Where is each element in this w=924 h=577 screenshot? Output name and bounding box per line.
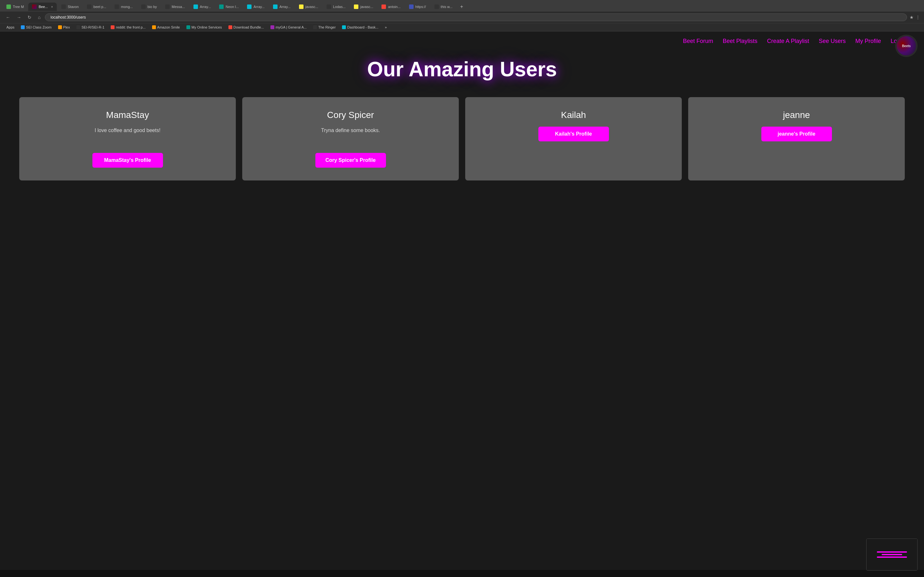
bookmark-apps[interactable]: Apps (4, 25, 17, 30)
bookmark-label-sei-r: SEI-R/SEI-R-1 (81, 25, 105, 29)
tab-label-neon: Neon l... (226, 5, 239, 9)
tab-label-js1: javasc... (305, 5, 318, 9)
tab-js2[interactable]: javasc... (350, 3, 377, 11)
tab-favicon-github (435, 5, 439, 9)
tab-message[interactable]: Messa... (162, 3, 189, 11)
profile-button-mamastay[interactable]: MamaStay's Profile (92, 153, 163, 168)
tab-https[interactable]: https:// (405, 3, 430, 11)
tab-favicon-google (381, 5, 386, 9)
tab-label-bio: bio by (148, 5, 157, 9)
bookmark-plex[interactable]: Plex (55, 25, 73, 30)
tab-favicon-mongo (115, 5, 119, 9)
bookmark-label-myga: myGA | General A... (276, 25, 307, 29)
profile-button-kailah[interactable]: Kailah's Profile (538, 127, 609, 141)
bookmark-online-services[interactable]: My Online Services (184, 25, 225, 30)
tab-favicon-beet (32, 5, 37, 9)
bookmark-label-reddit: reddit: the front p... (116, 25, 145, 29)
mini-preview-inner (867, 539, 917, 570)
tab-label-beet: Bee... (39, 5, 48, 9)
nav-link-my-profile[interactable]: My Profile (855, 38, 881, 45)
tab-favicon-lodash (326, 5, 331, 9)
bookmark-myga[interactable]: myGA | General A... (268, 25, 309, 30)
tab-favicon-https (409, 5, 414, 9)
forward-button[interactable]: → (15, 14, 23, 21)
tab-beet-p[interactable]: beet p... (83, 3, 110, 11)
beets-logo-inner: Beets (897, 36, 916, 55)
nav-link-create-playlist[interactable]: Create A Playlist (767, 38, 809, 45)
home-button[interactable]: ⌂ (36, 14, 42, 21)
tab-favicon-js1 (299, 5, 304, 9)
tab-lodash[interactable]: Lodas... (323, 3, 349, 11)
bookmark-favicon-sei-class (21, 25, 25, 29)
bookmark-more[interactable]: » (383, 25, 389, 30)
mini-preview (866, 538, 918, 571)
bookmark-label-sei-class: SEI Class Zoom (26, 25, 51, 29)
user-card-jeanne: jeannejeanne's Profile (688, 97, 905, 181)
nav-link-beet-forum[interactable]: Beet Forum (683, 38, 713, 45)
bookmark-amazon[interactable]: Amazon Smile (150, 25, 183, 30)
bookmark-favicon-myga (270, 25, 274, 29)
back-button[interactable]: ← (4, 14, 12, 21)
bookmark-sei-class[interactable]: SEI Class Zoom (18, 25, 54, 30)
profile-button-jeanne[interactable]: jeanne's Profile (761, 127, 832, 141)
bookmark-label-more: » (385, 25, 387, 29)
nav-link-beet-playlists[interactable]: Beet Playlists (723, 38, 758, 45)
tab-tree[interactable]: Tree M (3, 3, 27, 11)
bookmark-label-dashboard: Dashboard - Bask... (347, 25, 378, 29)
users-grid: MamaStayI love coffee and good beets!Mam… (19, 97, 905, 181)
tab-label-mongo: mong... (121, 5, 133, 9)
tab-label-tree: Tree M (13, 5, 24, 9)
bookmark-reddit[interactable]: reddit: the front p... (108, 25, 148, 30)
tab-label-https: https:// (415, 5, 426, 9)
app-content: Beet ForumBeet PlaylistsCreate A Playlis… (0, 31, 924, 570)
tab-label-google: antoin... (388, 5, 401, 9)
address-actions: ★ ⋮ (909, 15, 920, 20)
tab-favicon-array3 (273, 5, 278, 9)
tab-bio[interactable]: bio by (137, 3, 161, 11)
tab-label-stavon: Stavon (68, 5, 79, 9)
tab-array2[interactable]: Array... (243, 3, 268, 11)
new-tab-button[interactable]: + (457, 2, 466, 11)
tab-label-array2: Array... (254, 5, 265, 9)
tab-favicon-js2 (354, 5, 359, 9)
bookmark-label-download-bundle: Download Bundle... (234, 25, 264, 29)
user-name-kailah: Kailah (561, 110, 586, 120)
mini-line-2 (882, 554, 902, 555)
tab-google[interactable]: antoin... (378, 3, 404, 11)
user-bio-cory-spicer: Tryna define some books. (321, 127, 380, 147)
reload-button[interactable]: ↻ (26, 14, 33, 21)
bookmark-dashboard[interactable]: Dashboard - Bask... (339, 25, 381, 30)
menu-icon[interactable]: ⋮ (916, 15, 920, 20)
tab-label-array3: Array... (279, 5, 291, 9)
bookmark-download-bundle[interactable]: Download Bundle... (226, 25, 267, 30)
user-name-jeanne: jeanne (783, 110, 810, 120)
bookmark-ringer[interactable]: The Ringer (310, 25, 338, 30)
bookmark-label-apps: Apps (6, 25, 15, 29)
bookmark-label-online-services: My Online Services (192, 25, 222, 29)
user-name-cory-spicer: Cory Spicer (327, 110, 374, 120)
star-icon[interactable]: ★ (909, 15, 914, 20)
tab-close-beet[interactable]: × (51, 5, 53, 9)
tab-beet[interactable]: Bee...× (28, 3, 57, 11)
logo-text: Beets (902, 44, 911, 48)
bookmark-favicon-plex (58, 25, 62, 29)
tab-neon[interactable]: Neon l... (215, 3, 242, 11)
tab-label-message: Messa... (172, 5, 185, 9)
profile-button-cory-spicer[interactable]: Cory Spicer's Profile (315, 153, 386, 168)
bookmark-favicon-amazon (152, 25, 156, 29)
tab-favicon-array1 (194, 5, 198, 9)
tab-stavon[interactable]: Stavon (57, 3, 82, 11)
tab-mongo[interactable]: mong... (111, 3, 137, 11)
tab-js1[interactable]: javasc... (295, 3, 322, 11)
user-card-cory-spicer: Cory SpicerTryna define some books.Cory … (242, 97, 459, 181)
tab-array1[interactable]: Array... (190, 3, 215, 11)
tabs-container: Tree MBee...×Stavonbeet p...mong...bio b… (3, 3, 456, 11)
nav-link-see-users[interactable]: See Users (819, 38, 846, 45)
tab-favicon-beet-p (87, 5, 91, 9)
bookmark-sei-r[interactable]: SEI-R/SEI-R-1 (74, 25, 107, 30)
tab-array3[interactable]: Array... (269, 3, 294, 11)
url-bar[interactable]: localhost:3000/users (45, 13, 907, 21)
tab-github[interactable]: this w... (431, 3, 457, 11)
tab-favicon-stavon (61, 5, 66, 9)
user-card-kailah: KailahKailah's Profile (465, 97, 682, 181)
